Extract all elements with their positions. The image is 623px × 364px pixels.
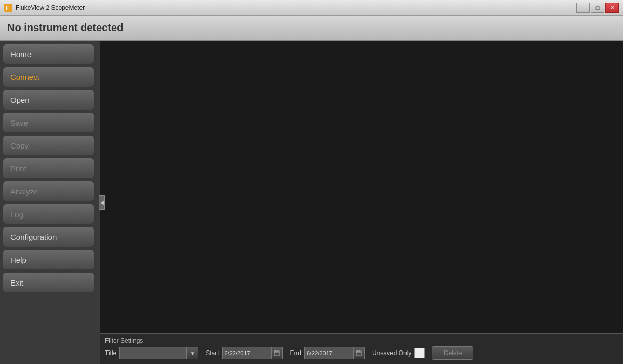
title-bar: F FlukeView 2 ScopeMeter ─ □ ✕ — [0, 0, 623, 16]
minimize-button[interactable]: ─ — [576, 3, 590, 13]
end-date-calendar-button[interactable] — [354, 347, 365, 359]
start-date-input-group — [222, 347, 283, 359]
sidebar-item-copy: Copy — [3, 136, 94, 155]
title-filter-input[interactable] — [119, 347, 187, 359]
start-date-input[interactable] — [222, 347, 272, 359]
filter-bar: Filter Settings Title ▼ Start — [100, 333, 623, 364]
status-message: No instrument detected — [7, 22, 123, 34]
title-filter-label: Title — [105, 349, 116, 357]
start-date-calendar-button[interactable] — [272, 347, 283, 359]
filter-section-title: Filter Settings — [105, 337, 618, 344]
delete-button[interactable]: Delete — [432, 346, 473, 360]
sidebar-item-help[interactable]: Help — [3, 250, 94, 269]
sidebar: ◀ HomeConnectOpenSaveCopyPrintAnalyzeLog… — [0, 41, 100, 364]
end-date-input-group — [304, 347, 365, 359]
sidebar-item-analyze: Analyze — [3, 181, 94, 201]
content-area: Filter Settings Title ▼ Start — [100, 41, 623, 364]
end-date-input[interactable] — [304, 347, 354, 359]
status-bar: No instrument detected — [0, 16, 623, 41]
sidebar-item-home[interactable]: Home — [3, 44, 94, 64]
window-controls: ─ □ ✕ — [576, 3, 619, 13]
sidebar-item-print: Print — [3, 158, 94, 178]
sidebar-item-save: Save — [3, 113, 94, 132]
unsaved-filter-group: Unsaved Only — [372, 348, 425, 358]
title-input-group: ▼ — [119, 347, 198, 359]
sidebar-item-log: Log — [3, 204, 94, 224]
svg-text:F: F — [6, 5, 9, 11]
main-layout: ◀ HomeConnectOpenSaveCopyPrintAnalyzeLog… — [0, 41, 623, 364]
maximize-button[interactable]: □ — [591, 3, 604, 13]
end-date-label: End — [290, 349, 301, 357]
title-bar-left: F FlukeView 2 ScopeMeter — [4, 4, 85, 12]
close-button[interactable]: ✕ — [605, 3, 619, 13]
end-date-group: End — [290, 347, 365, 359]
svg-rect-6 — [356, 351, 361, 356]
start-date-group: Start — [206, 347, 282, 359]
filter-row: Title ▼ Start — [105, 346, 618, 360]
sidebar-collapse-button[interactable]: ◀ — [99, 195, 105, 210]
svg-rect-2 — [274, 351, 279, 356]
content-main — [100, 41, 623, 333]
title-filter-group: Title ▼ — [105, 347, 198, 359]
sidebar-item-configuration[interactable]: Configuration — [3, 227, 94, 247]
start-date-label: Start — [206, 349, 219, 357]
sidebar-item-connect[interactable]: Connect — [3, 67, 94, 87]
window-title: FlukeView 2 ScopeMeter — [16, 4, 85, 11]
sidebar-item-exit[interactable]: Exit — [3, 273, 94, 292]
unsaved-filter-label: Unsaved Only — [372, 349, 411, 357]
unsaved-only-checkbox[interactable] — [414, 348, 425, 358]
title-dropdown-button[interactable]: ▼ — [187, 347, 198, 359]
sidebar-item-open[interactable]: Open — [3, 90, 94, 110]
app-icon: F — [4, 4, 12, 12]
